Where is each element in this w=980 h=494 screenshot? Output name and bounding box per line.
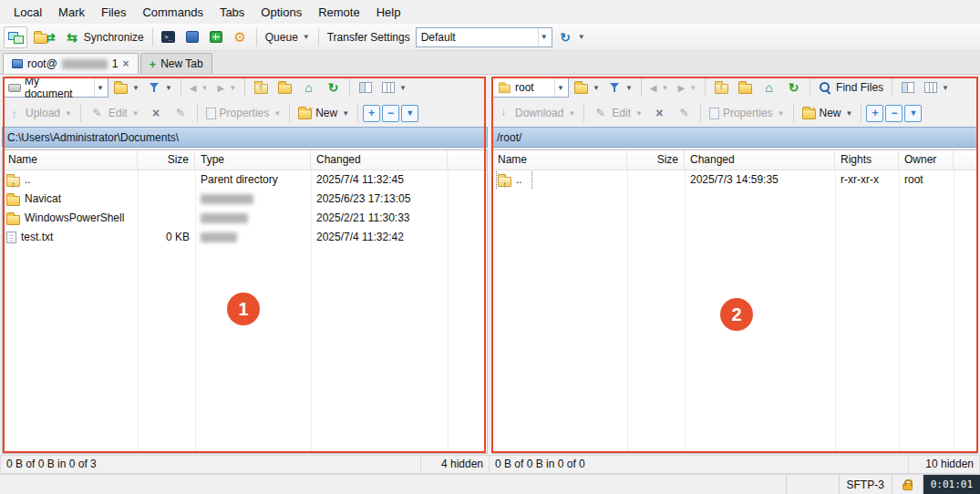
transfer-settings-combobox[interactable]: Default ▼ [416, 27, 552, 47]
local-delete-button[interactable]: × [145, 102, 168, 124]
remote-open-directory-button[interactable]: ▼ [571, 77, 603, 98]
local-path-bar[interactable]: C:\Users\Administrator\Documents\ [2, 127, 488, 148]
column-header-name[interactable]: Name [492, 150, 627, 170]
remote-root-directory-button[interactable] [734, 77, 756, 98]
remote-tree-toggle-button[interactable] [897, 77, 919, 98]
toolbar-separator [793, 104, 794, 122]
column-header-size[interactable]: Size [138, 150, 195, 170]
remote-action-toolbar: ↑Download▼ ✎Edit▼ × ✎ Properties▼ ✶New▼ … [490, 100, 980, 126]
refresh-icon: ↻ [558, 29, 573, 45]
file-row-windowspowershell[interactable]: WindowsPowerShell 2025/2/21 11:30:33 [3, 209, 487, 228]
remote-new-button[interactable]: ✶New▼ [799, 102, 857, 124]
file-row-parent[interactable]: .. 2025/7/3 14:59:35 r-xr-xr-x root [492, 170, 977, 190]
column-header-size[interactable]: Size [627, 150, 685, 170]
open-in-putty-button[interactable] [181, 26, 203, 48]
menu-mark[interactable]: Mark [50, 1, 93, 24]
column-header-rights[interactable]: Rights [835, 150, 899, 170]
local-refresh-button[interactable]: ↻ [322, 77, 345, 98]
local-drive-selector[interactable]: My document ▼ [3, 77, 108, 98]
column-header-changed[interactable]: Changed [311, 150, 448, 170]
menu-remote[interactable]: Remote [310, 1, 368, 24]
file-type: Parent directory [195, 170, 311, 190]
download-icon: ↑ [496, 106, 511, 121]
menu-local[interactable]: Local [5, 1, 50, 24]
local-filter-button[interactable]: ▼ [145, 77, 176, 98]
local-rename-button[interactable]: ✎ [170, 102, 192, 124]
column-header-owner[interactable]: Owner [899, 150, 954, 170]
properties-label: Properties [723, 107, 773, 119]
protocol-indicator[interactable]: SFTP-3 [839, 475, 892, 494]
remote-properties-button[interactable]: Properties▼ [706, 102, 789, 124]
remote-unselect-button[interactable]: − [885, 105, 903, 122]
file-size [138, 170, 195, 190]
remote-directory-selector[interactable]: root ▼ [492, 77, 569, 98]
find-files-icon [819, 81, 832, 95]
remote-forward-button[interactable]: ▶▼ [674, 77, 700, 98]
encryption-indicator[interactable] [892, 475, 923, 494]
toolbar-separator [705, 78, 706, 97]
menu-tabs[interactable]: Tabs [211, 1, 253, 24]
new-tab-icon: + [150, 57, 157, 71]
local-back-button[interactable]: ◀▼ [186, 77, 212, 98]
remote-refresh-button[interactable]: ↻ [782, 77, 805, 98]
session-tab[interactable]: root@1 × [3, 53, 139, 74]
status-bar-empty-cell [786, 475, 839, 494]
edit-icon: ✎ [89, 106, 105, 121]
remote-select-button[interactable]: + [866, 105, 883, 122]
local-forward-button[interactable]: ▶▼ [213, 77, 240, 98]
local-new-button[interactable]: ✶New▼ [294, 102, 353, 124]
download-button[interactable]: ↑Download▼ [492, 102, 579, 124]
local-edit-button[interactable]: ✎Edit▼ [86, 102, 143, 124]
local-tree-toggle-button[interactable] [355, 77, 377, 98]
menu-options[interactable]: Options [253, 1, 310, 24]
explore-directory-button[interactable] [205, 26, 227, 48]
column-header-changed[interactable]: Changed [685, 150, 835, 170]
new-session-button[interactable] [4, 26, 27, 48]
chevron-down-icon: ▼ [578, 33, 585, 41]
remote-home-button[interactable]: ⌂ [758, 77, 780, 98]
menu-commands[interactable]: Commands [134, 1, 211, 24]
delete-icon: × [149, 106, 164, 121]
column-header-type[interactable]: Type [195, 150, 311, 170]
remote-rename-button[interactable]: ✎ [673, 102, 696, 124]
session-refresh-button[interactable]: ↻ ▼ [554, 26, 589, 48]
local-file-list[interactable]: Name Size Type Changed .. Parent directo… [2, 149, 488, 454]
remote-filter-button[interactable]: ▼ [605, 77, 636, 98]
local-properties-button[interactable]: Properties▼ [202, 102, 285, 124]
remote-parent-directory-button[interactable] [710, 77, 732, 98]
synchronize-button[interactable]: ⇆ Synchronize [61, 26, 148, 48]
sync-browsing-button[interactable]: ⇄ [29, 26, 59, 48]
open-console-button[interactable]: >_ [158, 26, 180, 48]
local-home-button[interactable]: ⌂ [297, 77, 320, 98]
remote-file-list[interactable]: Name Size Changed Rights Owner .. 2025/7… [491, 149, 978, 454]
file-row-parent[interactable]: .. Parent directory 2025/7/4 11:32:45 [3, 170, 487, 190]
new-tab-button[interactable]: + New Tab [140, 53, 212, 74]
remote-back-button[interactable]: ◀▼ [646, 77, 673, 98]
column-header-name[interactable]: Name [3, 150, 138, 170]
file-row-navicat[interactable]: Navicat 2025/6/23 17:13:05 [3, 190, 487, 209]
tree-view-icon [902, 82, 914, 93]
remote-delete-button[interactable]: × [648, 102, 671, 124]
local-root-directory-button[interactable] [273, 77, 295, 98]
menu-help[interactable]: Help [368, 1, 409, 24]
local-select-button[interactable]: + [363, 105, 380, 122]
local-open-directory-button[interactable]: ▼ [110, 77, 143, 98]
queue-button[interactable]: Queue ▼ [262, 26, 314, 48]
remote-edit-button[interactable]: ✎Edit▼ [589, 102, 646, 124]
remote-path-bar[interactable]: /root/ [491, 127, 978, 148]
upload-button[interactable]: ↑Upload▼ [3, 102, 76, 124]
menu-files[interactable]: Files [93, 1, 134, 24]
session-tab-label-prefix: root@ [27, 57, 57, 70]
chevron-down-icon: ▼ [132, 109, 139, 118]
local-unselect-button[interactable]: − [382, 105, 399, 122]
file-row-testtxt[interactable]: test.txt 0 KB 2025/7/4 11:32:42 [3, 228, 487, 247]
remote-view-style-button[interactable]: ▼ [921, 77, 953, 98]
local-parent-directory-button[interactable] [250, 77, 272, 98]
local-view-style-button[interactable]: ▼ [378, 77, 410, 98]
find-files-button[interactable]: Find Files [815, 77, 887, 98]
preferences-button[interactable]: ⚙ [229, 26, 252, 48]
local-selection-filter-button[interactable]: ▼ [401, 105, 418, 122]
close-tab-icon[interactable]: × [123, 57, 129, 70]
main-toolbar: ⇄ ⇆ Synchronize >_ ⚙ Queue ▼ Transfer Se… [0, 24, 980, 51]
remote-selection-filter-button[interactable]: ▼ [904, 105, 922, 122]
